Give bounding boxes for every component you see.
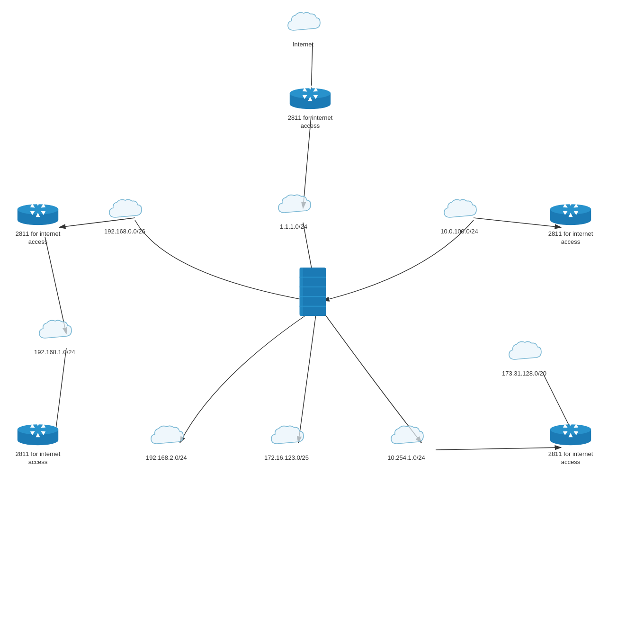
node-cloud_192_0: 192.168.0.0/26: [104, 197, 145, 236]
svg-line-10: [436, 447, 561, 450]
node-router_left: 2811 for internet access: [12, 197, 64, 246]
cloud-icon: [268, 423, 305, 451]
router-icon: [549, 417, 592, 447]
node-internet: Internet: [284, 9, 322, 49]
node-cloud_10_254: 10.254.1.0/24: [387, 423, 425, 462]
label-cloud_173: 173.31.128.0/20: [502, 370, 546, 378]
label-router_br: 2811 for internet access: [545, 450, 597, 466]
cloud-icon: [440, 197, 478, 225]
cloud-icon: [387, 423, 425, 451]
label-cloud_192_0: 192.168.0.0/26: [104, 228, 145, 236]
label-cloud_192_2: 192.168.2.0/24: [146, 454, 187, 462]
node-firewall: [297, 268, 328, 318]
node-router_bl: 2811 for internet access: [12, 417, 64, 466]
cloud-icon: [275, 192, 313, 220]
label-cloud_192_1: 192.168.1.0/24: [34, 349, 75, 357]
cloud-icon: [284, 9, 322, 38]
label-cloud_1_1: 1.1.1.0/24: [280, 223, 307, 231]
firewall-icon: [297, 268, 328, 315]
node-cloud_173: 173.31.128.0/20: [502, 339, 546, 378]
cloud-icon: [147, 423, 185, 451]
router-icon: [17, 197, 59, 227]
label-router_top: 2811 for internet access: [284, 114, 336, 130]
node-router_br: 2811 for internet access: [545, 417, 597, 466]
cloud-icon: [36, 317, 73, 346]
svg-rect-39: [300, 268, 326, 316]
label-router_left: 2811 for internet access: [12, 230, 64, 246]
node-router_right: 2811 for internet access: [545, 197, 597, 246]
router-icon: [549, 197, 592, 227]
label-router_right: 2811 for internet access: [545, 230, 597, 246]
node-cloud_192_2: 192.168.2.0/24: [146, 423, 187, 462]
label-cloud_10_100: 10.0.100.0/24: [440, 228, 478, 236]
label-cloud_172: 172.16.123.0/25: [264, 454, 309, 462]
node-cloud_1_1: 1.1.1.0/24: [275, 192, 313, 231]
router-icon: [17, 417, 59, 447]
router-icon: [289, 80, 331, 111]
label-cloud_10_254: 10.254.1.0/24: [387, 454, 425, 462]
node-cloud_192_1: 192.168.1.0/24: [34, 317, 75, 357]
cloud-icon: [505, 339, 543, 367]
node-router_top: 2811 for internet access: [284, 80, 336, 130]
label-internet: Internet: [293, 41, 313, 49]
svg-rect-44: [300, 268, 303, 316]
cloud-icon: [106, 197, 143, 225]
node-cloud_172: 172.16.123.0/25: [264, 423, 309, 462]
node-cloud_10_100: 10.0.100.0/24: [440, 197, 478, 236]
label-router_bl: 2811 for internet access: [12, 450, 64, 466]
network-diagram: Internet 2811 for internet access 2811 f…: [0, 0, 644, 644]
